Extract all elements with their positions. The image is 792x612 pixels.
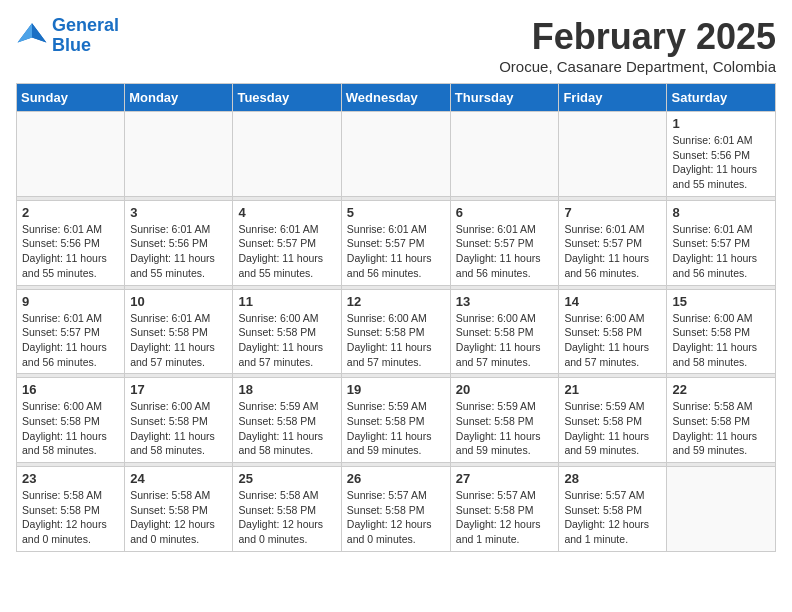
day-info: Sunrise: 6:01 AM Sunset: 5:57 PM Dayligh… — [672, 222, 770, 281]
day-info: Sunrise: 6:00 AM Sunset: 5:58 PM Dayligh… — [22, 399, 119, 458]
header-thursday: Thursday — [450, 84, 559, 112]
header-sunday: Sunday — [17, 84, 125, 112]
calendar-cell-w2-d4: 5Sunrise: 6:01 AM Sunset: 5:57 PM Daylig… — [341, 200, 450, 285]
day-number: 8 — [672, 205, 770, 220]
calendar-cell-w4-d5: 20Sunrise: 5:59 AM Sunset: 5:58 PM Dayli… — [450, 378, 559, 463]
header-saturday: Saturday — [667, 84, 776, 112]
logo-text: General Blue — [52, 16, 119, 56]
week-row-3: 9Sunrise: 6:01 AM Sunset: 5:57 PM Daylig… — [17, 289, 776, 374]
calendar-cell-w3-d1: 9Sunrise: 6:01 AM Sunset: 5:57 PM Daylig… — [17, 289, 125, 374]
calendar-cell-w3-d7: 15Sunrise: 6:00 AM Sunset: 5:58 PM Dayli… — [667, 289, 776, 374]
svg-marker-1 — [32, 23, 46, 42]
calendar-cell-w1-d7: 1Sunrise: 6:01 AM Sunset: 5:56 PM Daylig… — [667, 112, 776, 197]
calendar-cell-w4-d1: 16Sunrise: 6:00 AM Sunset: 5:58 PM Dayli… — [17, 378, 125, 463]
location-subtitle: Orocue, Casanare Department, Colombia — [499, 58, 776, 75]
day-number: 13 — [456, 294, 554, 309]
day-info: Sunrise: 6:00 AM Sunset: 5:58 PM Dayligh… — [347, 311, 445, 370]
calendar-cell-w1-d5 — [450, 112, 559, 197]
day-number: 25 — [238, 471, 335, 486]
month-title: February 2025 — [499, 16, 776, 58]
day-number: 6 — [456, 205, 554, 220]
day-number: 23 — [22, 471, 119, 486]
calendar-cell-w4-d3: 18Sunrise: 5:59 AM Sunset: 5:58 PM Dayli… — [233, 378, 341, 463]
day-info: Sunrise: 6:01 AM Sunset: 5:56 PM Dayligh… — [22, 222, 119, 281]
day-number: 28 — [564, 471, 661, 486]
calendar-cell-w2-d5: 6Sunrise: 6:01 AM Sunset: 5:57 PM Daylig… — [450, 200, 559, 285]
calendar-cell-w3-d6: 14Sunrise: 6:00 AM Sunset: 5:58 PM Dayli… — [559, 289, 667, 374]
day-info: Sunrise: 6:01 AM Sunset: 5:57 PM Dayligh… — [347, 222, 445, 281]
day-info: Sunrise: 6:01 AM Sunset: 5:57 PM Dayligh… — [564, 222, 661, 281]
svg-marker-2 — [18, 23, 32, 42]
week-row-4: 16Sunrise: 6:00 AM Sunset: 5:58 PM Dayli… — [17, 378, 776, 463]
calendar-cell-w4-d2: 17Sunrise: 6:00 AM Sunset: 5:58 PM Dayli… — [125, 378, 233, 463]
header-wednesday: Wednesday — [341, 84, 450, 112]
day-number: 24 — [130, 471, 227, 486]
calendar-cell-w4-d7: 22Sunrise: 5:58 AM Sunset: 5:58 PM Dayli… — [667, 378, 776, 463]
calendar-cell-w5-d1: 23Sunrise: 5:58 AM Sunset: 5:58 PM Dayli… — [17, 467, 125, 552]
day-info: Sunrise: 5:59 AM Sunset: 5:58 PM Dayligh… — [564, 399, 661, 458]
calendar-cell-w1-d2 — [125, 112, 233, 197]
calendar-cell-w2-d3: 4Sunrise: 6:01 AM Sunset: 5:57 PM Daylig… — [233, 200, 341, 285]
week-row-2: 2Sunrise: 6:01 AM Sunset: 5:56 PM Daylig… — [17, 200, 776, 285]
day-number: 3 — [130, 205, 227, 220]
day-number: 1 — [672, 116, 770, 131]
day-info: Sunrise: 6:01 AM Sunset: 5:56 PM Dayligh… — [130, 222, 227, 281]
day-number: 20 — [456, 382, 554, 397]
page-header: General Blue February 2025 Orocue, Casan… — [16, 16, 776, 75]
day-info: Sunrise: 6:01 AM Sunset: 5:57 PM Dayligh… — [22, 311, 119, 370]
day-number: 16 — [22, 382, 119, 397]
day-info: Sunrise: 6:00 AM Sunset: 5:58 PM Dayligh… — [564, 311, 661, 370]
calendar-cell-w5-d7 — [667, 467, 776, 552]
day-info: Sunrise: 6:00 AM Sunset: 5:58 PM Dayligh… — [456, 311, 554, 370]
header-monday: Monday — [125, 84, 233, 112]
calendar-header-row: Sunday Monday Tuesday Wednesday Thursday… — [17, 84, 776, 112]
day-info: Sunrise: 5:57 AM Sunset: 5:58 PM Dayligh… — [456, 488, 554, 547]
calendar-cell-w5-d3: 25Sunrise: 5:58 AM Sunset: 5:58 PM Dayli… — [233, 467, 341, 552]
week-row-1: 1Sunrise: 6:01 AM Sunset: 5:56 PM Daylig… — [17, 112, 776, 197]
day-info: Sunrise: 6:00 AM Sunset: 5:58 PM Dayligh… — [130, 399, 227, 458]
day-info: Sunrise: 6:01 AM Sunset: 5:58 PM Dayligh… — [130, 311, 227, 370]
day-info: Sunrise: 5:58 AM Sunset: 5:58 PM Dayligh… — [672, 399, 770, 458]
logo: General Blue — [16, 16, 119, 56]
calendar-cell-w3-d3: 11Sunrise: 6:00 AM Sunset: 5:58 PM Dayli… — [233, 289, 341, 374]
day-number: 26 — [347, 471, 445, 486]
header-friday: Friday — [559, 84, 667, 112]
day-info: Sunrise: 5:58 AM Sunset: 5:58 PM Dayligh… — [130, 488, 227, 547]
day-info: Sunrise: 5:59 AM Sunset: 5:58 PM Dayligh… — [347, 399, 445, 458]
day-info: Sunrise: 5:59 AM Sunset: 5:58 PM Dayligh… — [238, 399, 335, 458]
calendar-cell-w2-d1: 2Sunrise: 6:01 AM Sunset: 5:56 PM Daylig… — [17, 200, 125, 285]
calendar-cell-w4-d4: 19Sunrise: 5:59 AM Sunset: 5:58 PM Dayli… — [341, 378, 450, 463]
calendar-cell-w3-d4: 12Sunrise: 6:00 AM Sunset: 5:58 PM Dayli… — [341, 289, 450, 374]
calendar-cell-w5-d2: 24Sunrise: 5:58 AM Sunset: 5:58 PM Dayli… — [125, 467, 233, 552]
day-info: Sunrise: 6:01 AM Sunset: 5:57 PM Dayligh… — [456, 222, 554, 281]
day-number: 22 — [672, 382, 770, 397]
day-number: 19 — [347, 382, 445, 397]
calendar-cell-w2-d6: 7Sunrise: 6:01 AM Sunset: 5:57 PM Daylig… — [559, 200, 667, 285]
day-info: Sunrise: 6:00 AM Sunset: 5:58 PM Dayligh… — [238, 311, 335, 370]
calendar-cell-w1-d3 — [233, 112, 341, 197]
calendar-cell-w5-d6: 28Sunrise: 5:57 AM Sunset: 5:58 PM Dayli… — [559, 467, 667, 552]
calendar-cell-w3-d2: 10Sunrise: 6:01 AM Sunset: 5:58 PM Dayli… — [125, 289, 233, 374]
day-info: Sunrise: 5:58 AM Sunset: 5:58 PM Dayligh… — [238, 488, 335, 547]
day-info: Sunrise: 5:57 AM Sunset: 5:58 PM Dayligh… — [564, 488, 661, 547]
calendar-cell-w1-d6 — [559, 112, 667, 197]
day-info: Sunrise: 6:00 AM Sunset: 5:58 PM Dayligh… — [672, 311, 770, 370]
calendar-cell-w2-d7: 8Sunrise: 6:01 AM Sunset: 5:57 PM Daylig… — [667, 200, 776, 285]
calendar-table: Sunday Monday Tuesday Wednesday Thursday… — [16, 83, 776, 552]
day-number: 9 — [22, 294, 119, 309]
day-number: 7 — [564, 205, 661, 220]
day-number: 17 — [130, 382, 227, 397]
day-number: 15 — [672, 294, 770, 309]
day-number: 4 — [238, 205, 335, 220]
day-number: 27 — [456, 471, 554, 486]
calendar-cell-w5-d5: 27Sunrise: 5:57 AM Sunset: 5:58 PM Dayli… — [450, 467, 559, 552]
day-number: 14 — [564, 294, 661, 309]
day-number: 2 — [22, 205, 119, 220]
title-block: February 2025 Orocue, Casanare Departmen… — [499, 16, 776, 75]
calendar-cell-w1-d1 — [17, 112, 125, 197]
day-number: 5 — [347, 205, 445, 220]
day-info: Sunrise: 6:01 AM Sunset: 5:57 PM Dayligh… — [238, 222, 335, 281]
day-info: Sunrise: 6:01 AM Sunset: 5:56 PM Dayligh… — [672, 133, 770, 192]
day-number: 12 — [347, 294, 445, 309]
day-info: Sunrise: 5:59 AM Sunset: 5:58 PM Dayligh… — [456, 399, 554, 458]
